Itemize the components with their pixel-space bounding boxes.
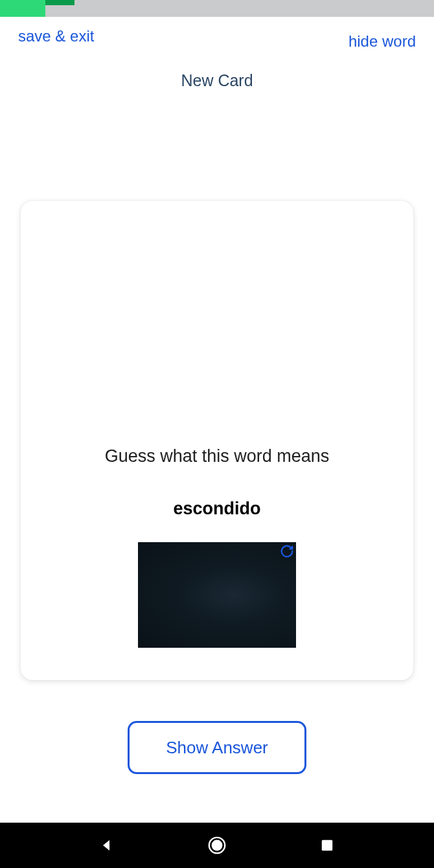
word-text: escondido [173,499,260,519]
header-row: save & exit hide word [0,17,434,51]
show-answer-button[interactable]: Show Answer [128,721,306,774]
word-image [138,542,296,648]
svg-rect-2 [322,840,333,851]
refresh-image-icon[interactable] [279,543,295,559]
back-icon[interactable] [97,835,117,856]
progress-fill-primary [0,0,45,17]
page-title: New Card [0,71,434,90]
flashcard: Guess what this word means escondido [21,201,413,680]
hide-word-button[interactable]: hide word [348,32,416,51]
svg-point-1 [212,840,223,851]
prompt-text: Guess what this word means [105,446,330,466]
save-exit-button[interactable]: save & exit [18,27,94,45]
recent-apps-icon[interactable] [317,835,337,856]
image-wrapper [138,542,296,648]
system-nav-bar [0,823,434,868]
progress-bar [0,0,434,17]
home-icon[interactable] [207,835,227,856]
